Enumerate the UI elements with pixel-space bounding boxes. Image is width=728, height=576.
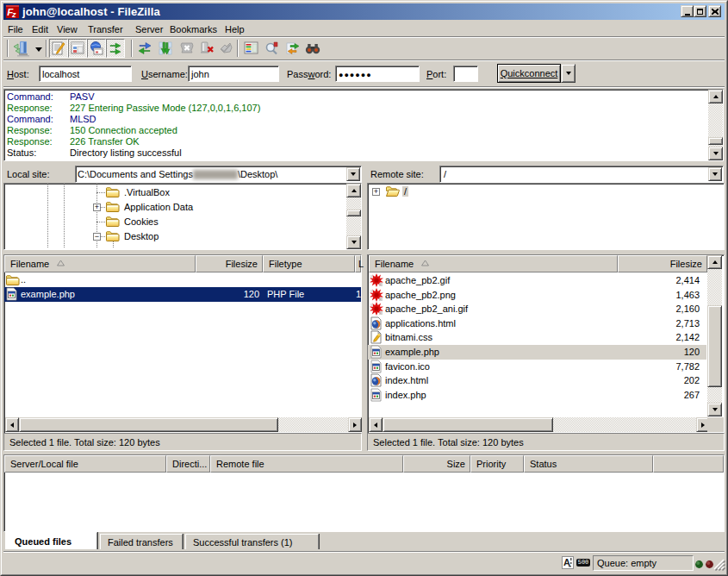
svg-text:z: z: [11, 10, 16, 19]
